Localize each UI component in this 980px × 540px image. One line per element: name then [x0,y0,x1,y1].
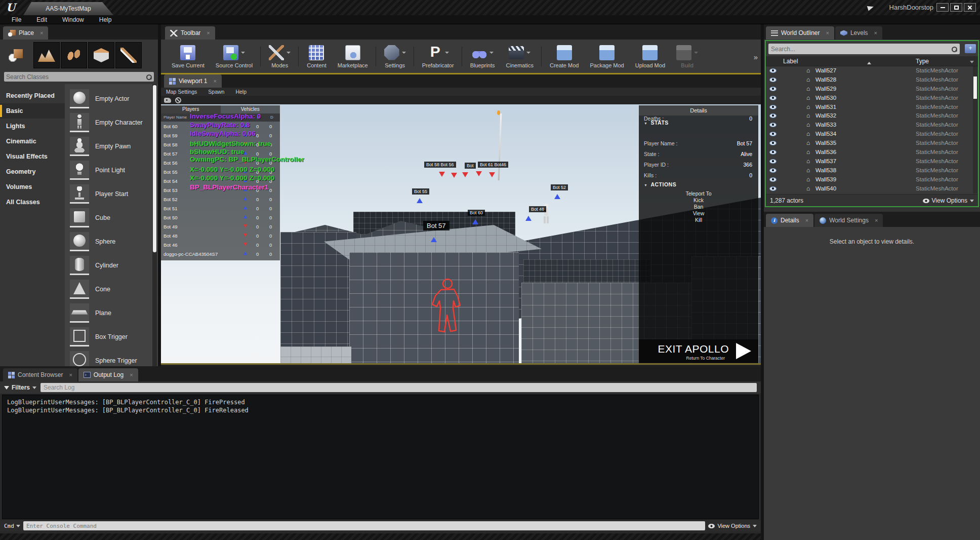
outliner-row[interactable]: ⌂ Wall528 StaticMeshActor [766,75,978,85]
close-icon[interactable]: × [207,30,210,36]
type-column-header[interactable]: Type [916,58,929,65]
sort-ascending-icon[interactable] [867,60,871,64]
menu-item[interactable]: File [4,16,29,23]
visibility-eye-icon[interactable] [769,150,777,155]
place-item[interactable]: Plane [70,301,158,325]
action-button[interactable]: Kick [639,197,758,204]
close-icon[interactable]: × [40,30,43,36]
outliner-row[interactable]: ⌂ Wall539 StaticMeshActor [766,175,978,184]
toolbar-button[interactable]: Source Control [210,45,258,68]
outliner-row[interactable]: ⌂ Wall535 StaticMeshActor [766,139,978,148]
outliner-row[interactable]: ⌂ Wall527 StaticMeshActor [766,66,978,75]
scoreboard-row[interactable]: Bot 48 0 0 [161,231,280,240]
place-category[interactable]: Geometry [0,164,65,179]
visibility-eye-icon[interactable] [769,96,777,100]
chevron-down-icon[interactable] [287,52,291,56]
viewport-menu-item[interactable]: Help [235,89,247,95]
outliner-row[interactable]: ⌂ Wall532 StaticMeshActor [766,111,978,121]
place-mode-button[interactable] [3,42,29,68]
paint-mode-button[interactable] [115,42,142,68]
outliner-row[interactable]: ⌂ Wall540 StaticMeshActor [766,184,978,194]
close-button[interactable] [964,3,976,12]
close-icon[interactable]: × [874,30,877,36]
place-item[interactable]: Cylinder [70,253,158,277]
outliner-scrollbar[interactable] [973,66,977,194]
chevron-down-icon[interactable] [694,52,698,56]
visibility-eye-icon[interactable] [769,159,777,164]
visibility-eye-icon[interactable] [769,132,777,136]
geometry-mode-button[interactable] [88,42,114,68]
menu-item[interactable]: Window [55,16,92,23]
outliner-row[interactable]: ⌂ Wall530 StaticMeshActor [766,94,978,103]
console-view-options-button[interactable]: View Options [708,523,757,529]
visibility-eye-icon[interactable] [769,123,777,127]
close-icon[interactable]: × [826,30,829,36]
place-item[interactable]: Box Trigger [70,325,158,349]
menu-item[interactable]: Edit [29,16,55,23]
viewport-menu-item[interactable]: Map Settings [166,89,197,95]
toolbar-overflow-chevron[interactable]: » [754,53,758,61]
tab-details[interactable]: i Details × [766,214,813,227]
tab-world-settings[interactable]: World Settings × [814,214,883,227]
close-icon[interactable]: × [130,372,133,378]
sort-descending-icon[interactable] [970,61,974,65]
circle-slash-icon[interactable] [175,97,181,103]
visibility-eye-icon[interactable] [769,141,777,145]
visibility-eye-icon[interactable] [769,177,777,182]
toolbar-button[interactable]: Modes [263,45,296,68]
outliner-row[interactable]: ⌂ Wall534 StaticMeshActor [766,130,978,139]
toolbar-button[interactable]: Package Mod [584,45,629,68]
foliage-mode-button[interactable] [61,42,87,68]
place-item[interactable]: Empty Pawn [70,134,158,158]
possess-icon[interactable] [164,98,171,103]
label-column-header[interactable]: Label [783,58,798,65]
place-item[interactable]: Empty Character [70,110,158,134]
toolbar-button[interactable]: Cinematics [501,45,539,68]
outliner-row[interactable]: ⌂ Wall536 StaticMeshActor [766,148,978,157]
visibility-eye-icon[interactable] [769,105,777,109]
landscape-mode-button[interactable] [33,42,60,68]
place-category[interactable]: Recently Placed [0,88,65,103]
place-item[interactable]: Empty Actor [70,87,158,110]
scoreboard-row[interactable]: Bot 50 0 0 [161,213,280,222]
chevron-down-icon[interactable] [445,52,449,56]
toolbar-button[interactable]: Marketplace [332,45,374,68]
place-item[interactable]: Sphere [70,229,158,253]
filters-button[interactable]: Filters [4,384,36,391]
tab-content-browser[interactable]: Content Browser × [3,368,77,381]
viewport-menu-item[interactable]: Spawn [208,89,224,95]
outliner-row[interactable]: ⌂ Wall537 StaticMeshActor [766,157,978,166]
exit-apollo-button[interactable]: EXIT APOLLO Return To Character [639,339,758,363]
place-category[interactable]: Visual Effects [0,149,65,164]
outliner-row[interactable]: ⌂ Wall529 StaticMeshActor [766,85,978,94]
game-viewport[interactable]: Bot 58 Bot 56BotBot 61 Bot46Bot 55Bot 52… [161,104,761,365]
tab-toolbar[interactable]: Toolbar × [165,26,215,40]
outliner-view-options-button[interactable]: View Options [923,197,974,204]
actions-section-header[interactable]: ACTIONS [644,181,676,187]
outliner-search-input[interactable] [771,46,951,53]
place-scrollbar[interactable] [152,84,157,366]
visibility-eye-icon[interactable] [769,168,777,173]
place-item[interactable]: Cone [70,277,158,301]
tab-place[interactable]: Place × [3,26,48,40]
chevron-down-icon[interactable] [489,52,494,56]
console-command-input[interactable] [23,521,706,530]
chevron-down-icon[interactable] [526,52,530,56]
scrollbar-thumb[interactable] [973,76,977,99]
output-log-area[interactable]: LogBlueprintUserMessages: [BP_BLPlayerCo… [2,395,759,519]
cmd-dropdown-button[interactable]: Cmd [4,523,20,529]
tab-viewport-1[interactable]: Viewport 1 × [164,74,222,88]
outliner-row[interactable]: ⌂ Wall533 StaticMeshActor [766,121,978,130]
menu-item[interactable]: Help [92,16,119,23]
toolbar-button[interactable]: Prefabricator [417,45,460,68]
search-log-input[interactable] [44,384,754,391]
create-folder-icon[interactable]: + [965,44,976,53]
chevron-down-icon[interactable] [402,52,406,56]
scoreboard-row[interactable]: doggo-pc-CCAB43504S7 0 0 [161,249,280,258]
place-item[interactable]: Player Start [70,182,158,206]
tab-world-outliner[interactable]: World Outliner × [766,26,834,40]
search-classes-input[interactable] [6,73,146,81]
place-category[interactable]: Lights [0,119,65,134]
visibility-eye-icon[interactable] [769,186,777,191]
toolbar-button[interactable]: Save Current [166,45,210,68]
